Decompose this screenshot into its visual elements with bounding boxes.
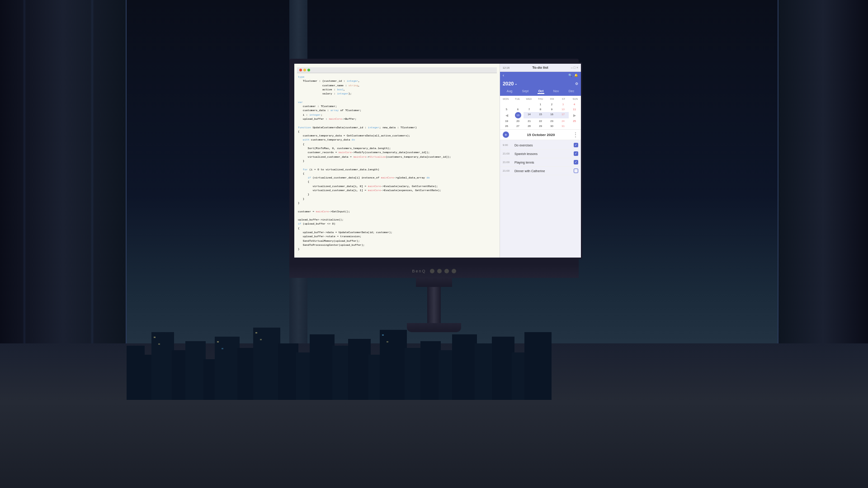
- todo-text-1: Do exercises: [514, 144, 572, 147]
- cal-cell-30[interactable]: 30: [546, 124, 557, 128]
- cal-cell-7[interactable]: 7: [524, 107, 535, 112]
- todo-check-3[interactable]: ✓: [574, 160, 578, 164]
- cal-cell-11[interactable]: 11: [569, 107, 580, 112]
- code-line: customer_name : string,: [298, 84, 496, 88]
- cal-cell-nav-next[interactable]: ▶: [569, 112, 580, 118]
- cal-cell-4[interactable]: 4: [569, 102, 580, 107]
- todo-win-controls: – □ ×: [571, 66, 578, 69]
- search-icon[interactable]: 🔍: [568, 74, 572, 77]
- todo-close[interactable]: ×: [576, 66, 578, 69]
- code-line: upload_buffer : mainCore->Buffer;: [298, 117, 496, 121]
- settings-icon[interactable]: ⚙: [575, 82, 578, 86]
- svg-rect-15: [380, 330, 407, 400]
- monitor-btn-4[interactable]: [452, 269, 456, 273]
- cal-cell-24[interactable]: 24: [557, 119, 569, 123]
- cal-cell-15[interactable]: 15: [535, 112, 546, 118]
- svg-rect-10: [296, 352, 312, 400]
- minimize-button[interactable]: [303, 69, 306, 71]
- cal-cell-13[interactable]: 13: [515, 112, 521, 118]
- svg-rect-6: [215, 337, 240, 400]
- editor-titlebar: [297, 67, 497, 73]
- month-sept[interactable]: Sept: [521, 89, 529, 94]
- maximize-button[interactable]: [307, 69, 310, 71]
- month-nov[interactable]: Nov: [552, 89, 560, 94]
- todo-check-1[interactable]: ✓: [574, 143, 578, 147]
- cal-cell-21[interactable]: 21: [524, 119, 535, 123]
- cal-cell-14[interactable]: 14: [524, 112, 535, 118]
- monitor-bezel: type TCustomer : {customer_id : integer,…: [289, 59, 579, 264]
- add-todo-button[interactable]: +: [503, 131, 509, 138]
- more-options-icon[interactable]: ⋮: [573, 131, 578, 138]
- todo-time-2: 21:00: [503, 152, 513, 155]
- cal-cell-29[interactable]: 29: [535, 124, 546, 128]
- cal-cell-20[interactable]: 20: [512, 119, 524, 123]
- cal-cell-1[interactable]: 1: [535, 102, 546, 107]
- cal-cell-26[interactable]: 26: [501, 124, 512, 128]
- cal-cell-16[interactable]: 16: [546, 112, 557, 118]
- todo-minimize[interactable]: –: [571, 66, 573, 69]
- monitor-btn-3[interactable]: [444, 269, 449, 273]
- svg-rect-25: [158, 343, 160, 345]
- svg-rect-29: [260, 339, 262, 340]
- code-line: {: [298, 172, 496, 176]
- monitor-btn-2[interactable]: [437, 269, 442, 273]
- cal-cell-28[interactable]: 28: [524, 124, 535, 128]
- code-line: upload_buffer->data = UpdateCustomerData…: [298, 230, 496, 235]
- monitor-brand: BenQ: [412, 269, 426, 273]
- code-line: for (i = 0 to virtualized_customer_data.…: [298, 168, 496, 172]
- code-line: if (virtualized_customer_data[i] instanc…: [298, 176, 496, 180]
- code-line: function UpdateCustomersData(customer_id…: [298, 126, 496, 130]
- cal-cell-25[interactable]: 25: [569, 119, 580, 123]
- todo-time: 12:16: [503, 66, 509, 69]
- months-row: Aug Sept Oct Nov Dec: [500, 88, 581, 96]
- code-line: salary : integer};: [298, 92, 496, 96]
- month-aug[interactable]: Aug: [506, 89, 513, 94]
- cal-cell-23[interactable]: 23: [546, 119, 557, 123]
- cal-cell-27[interactable]: 27: [512, 124, 524, 128]
- cal-cell-10[interactable]: 10: [557, 107, 569, 112]
- cal-cell-empty: [501, 102, 512, 107]
- bell-icon[interactable]: 🔔: [574, 74, 578, 77]
- code-editor: type TCustomer : {customer_id : integer,…: [294, 64, 500, 258]
- cal-cell-17[interactable]: 17: [557, 112, 569, 118]
- todo-app: 12:16 To-do list – □ × ‹ 🔍 🔔: [500, 64, 581, 258]
- cal-cell-9[interactable]: 9: [546, 107, 557, 112]
- todo-check-4[interactable]: [574, 169, 578, 173]
- code-line: customer : TCustomer;: [298, 104, 496, 108]
- monitor-bottom: BenQ: [289, 264, 579, 278]
- todo-year-icons: ⚙: [575, 82, 578, 86]
- code-line: TCustomer : {customer_id : integer,: [298, 79, 496, 83]
- col-sun: SUN: [569, 97, 581, 101]
- todo-year: 2020 -: [503, 81, 517, 86]
- svg-rect-30: [382, 334, 384, 336]
- month-oct[interactable]: Oct: [538, 89, 545, 94]
- svg-rect-26: [217, 341, 219, 343]
- svg-rect-23: [524, 332, 552, 400]
- month-dec[interactable]: Dec: [568, 89, 575, 94]
- svg-rect-3: [172, 350, 188, 400]
- prev-button[interactable]: ‹: [503, 73, 504, 78]
- cal-cell-2[interactable]: 2: [546, 102, 557, 107]
- cal-cell-22[interactable]: 22: [535, 119, 546, 123]
- monitor-btn-1[interactable]: [430, 269, 434, 273]
- cal-cell-31[interactable]: 31: [557, 124, 569, 128]
- code-line: virtualized_customer_data[i, 1] = mainCo…: [298, 188, 496, 192]
- code-line: [298, 205, 496, 209]
- col-tue: TUE: [512, 97, 524, 101]
- todo-time-4: 21:00: [503, 169, 513, 172]
- cal-cell-8[interactable]: 8: [535, 107, 546, 112]
- cal-cell-3[interactable]: 3: [557, 102, 569, 107]
- code-line: }: [298, 159, 496, 163]
- cal-cell-6[interactable]: 6: [512, 107, 524, 112]
- monitor-controls: [430, 269, 456, 273]
- cal-cell-19[interactable]: 19: [501, 119, 512, 123]
- monitor-stand-base: [407, 323, 461, 332]
- cal-cell-5[interactable]: 5: [501, 107, 512, 112]
- todo-check-2[interactable]: ✓: [574, 151, 578, 156]
- close-button[interactable]: [299, 69, 302, 71]
- svg-rect-7: [237, 348, 255, 400]
- todo-title: To-do list: [509, 66, 571, 70]
- cal-cell-nav-prev[interactable]: ◀: [501, 112, 512, 118]
- todo-maximize[interactable]: □: [574, 66, 576, 69]
- code-line: with customers_temporary_data do: [298, 138, 496, 142]
